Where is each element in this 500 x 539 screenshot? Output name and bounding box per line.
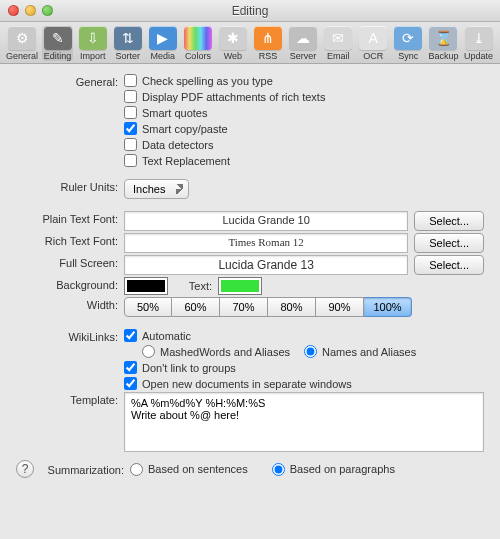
plain-text-font-field: Lucida Grande 10: [124, 211, 408, 231]
preferences-toolbar: ⚙General✎Editing⇩Import⇅Sorter▶MediaColo…: [0, 22, 500, 64]
toolbar-item-email[interactable]: ✉Email: [323, 26, 354, 61]
wiki-open-new-checkbox[interactable]: Open new documents in separate windows: [124, 377, 484, 390]
help-button[interactable]: ?: [16, 460, 34, 478]
general-option-checkbox[interactable]: Check spelling as you type: [124, 74, 484, 87]
window-title: Editing: [0, 4, 500, 18]
template-textarea[interactable]: [124, 392, 484, 452]
ruler-units-select[interactable]: Inches: [124, 179, 189, 199]
plain-text-font-label: Plain Text Font:: [16, 211, 124, 225]
content-area: General: Check spelling as you typeDispl…: [0, 64, 500, 490]
toolbar-item-editing[interactable]: ✎Editing: [42, 26, 73, 61]
full-screen-font-select-button[interactable]: Select...: [414, 255, 484, 275]
width-option-60[interactable]: 60%: [172, 297, 220, 317]
general-option-checkbox[interactable]: Data detectors: [124, 138, 484, 151]
width-option-80[interactable]: 80%: [268, 297, 316, 317]
wiki-mode-radio[interactable]: Names and Aliases: [304, 345, 416, 358]
template-label: Template:: [16, 392, 124, 406]
toolbar-item-update[interactable]: ⤓Update: [463, 26, 494, 61]
backup-icon: ⌛: [429, 26, 457, 50]
plain-text-font-select-button[interactable]: Select...: [414, 211, 484, 231]
toolbar-item-backup[interactable]: ⌛Backup: [428, 26, 459, 61]
ocr-icon: A: [359, 26, 387, 50]
traffic-lights: [8, 5, 53, 16]
background-color-well[interactable]: [124, 277, 168, 295]
width-option-50[interactable]: 50%: [124, 297, 172, 317]
email-icon: ✉: [324, 26, 352, 50]
toolbar-item-ocr[interactable]: AOCR: [358, 26, 389, 61]
update-icon: ⤓: [465, 26, 493, 50]
width-label: Width:: [16, 297, 124, 311]
toolbar-item-sync[interactable]: ⟳Sync: [393, 26, 424, 61]
width-option-70[interactable]: 70%: [220, 297, 268, 317]
general-option-checkbox[interactable]: Smart quotes: [124, 106, 484, 119]
width-segmented-control: 50%60%70%80%90%100%: [124, 297, 412, 317]
rss-icon: ⋔: [254, 26, 282, 50]
background-label: Background:: [16, 277, 124, 291]
sync-icon: ⟳: [394, 26, 422, 50]
full-screen-font-field: Lucida Grande 13: [124, 255, 408, 275]
toolbar-item-import[interactable]: ⇩Import: [77, 26, 108, 61]
general-option-checkbox[interactable]: Smart copy/paste: [124, 122, 484, 135]
colors-icon: [184, 26, 212, 50]
summarization-radios: Based on sentencesBased on paragraphs: [130, 463, 484, 476]
toolbar-item-general[interactable]: ⚙General: [6, 26, 38, 61]
width-option-100[interactable]: 100%: [364, 297, 412, 317]
summarization-label: Summarization:: [42, 462, 130, 476]
sorter-icon: ⇅: [114, 26, 142, 50]
wiki-automatic-checkbox[interactable]: Automatic: [124, 329, 484, 342]
titlebar: Editing: [0, 0, 500, 22]
media-icon: ▶: [149, 26, 177, 50]
full-screen-font-label: Full Screen:: [16, 255, 124, 269]
wiki-dont-link-checkbox[interactable]: Don't link to groups: [124, 361, 484, 374]
rich-text-font-label: Rich Text Font:: [16, 233, 124, 247]
wiki-mode-radio[interactable]: MashedWords and Aliases: [142, 345, 290, 358]
rich-text-font-field: Times Roman 12: [124, 233, 408, 253]
general-option-checkbox[interactable]: Display PDF attachments of rich texts: [124, 90, 484, 103]
general-option-checkbox[interactable]: Text Replacement: [124, 154, 484, 167]
editing-icon: ✎: [44, 26, 72, 50]
summarization-radio[interactable]: Based on sentences: [130, 463, 248, 476]
wikilinks-label: WikiLinks:: [16, 329, 124, 343]
text-color-label: Text:: [174, 280, 212, 292]
rich-text-font-select-button[interactable]: Select...: [414, 233, 484, 253]
wiki-mode-radios: MashedWords and AliasesNames and Aliases: [124, 345, 484, 358]
general-label: General:: [16, 74, 124, 88]
toolbar-item-rss[interactable]: ⋔RSS: [253, 26, 284, 61]
import-icon: ⇩: [79, 26, 107, 50]
ruler-units-label: Ruler Units:: [16, 179, 124, 193]
width-option-90[interactable]: 90%: [316, 297, 364, 317]
general-options: Check spelling as you typeDisplay PDF at…: [124, 74, 484, 167]
server-icon: ☁: [289, 26, 317, 50]
text-color-well[interactable]: [218, 277, 262, 295]
web-icon: ✱: [219, 26, 247, 50]
zoom-button[interactable]: [42, 5, 53, 16]
minimize-button[interactable]: [25, 5, 36, 16]
general-icon: ⚙: [8, 26, 36, 50]
close-button[interactable]: [8, 5, 19, 16]
summarization-radio[interactable]: Based on paragraphs: [272, 463, 395, 476]
toolbar-item-colors[interactable]: Colors: [182, 26, 213, 61]
toolbar-item-media[interactable]: ▶Media: [147, 26, 178, 61]
toolbar-item-web[interactable]: ✱Web: [217, 26, 248, 61]
toolbar-item-sorter[interactable]: ⇅Sorter: [112, 26, 143, 61]
toolbar-item-server[interactable]: ☁Server: [288, 26, 319, 61]
